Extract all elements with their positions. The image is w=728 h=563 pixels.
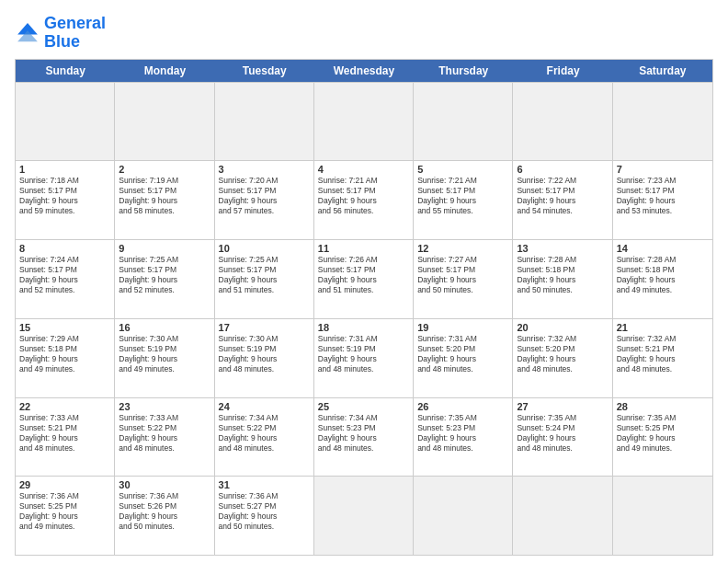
cell-info-line: Sunset: 5:17 PM [19, 265, 110, 275]
day-number: 13 [517, 243, 608, 254]
cell-info-line: Daylight: 9 hours [318, 275, 409, 285]
day-number: 16 [119, 322, 210, 333]
cell-info-line: and 48 minutes. [318, 443, 409, 454]
page: General Blue SundayMondayTuesdayWednesda… [0, 0, 728, 563]
calendar-cell: 12Sunrise: 7:27 AMSunset: 5:17 PMDayligh… [414, 240, 513, 318]
cell-info-line: Daylight: 9 hours [417, 354, 508, 364]
cell-info-line: and 54 minutes. [517, 206, 608, 216]
cell-info-line: Sunset: 5:17 PM [417, 265, 508, 275]
calendar-header-cell: Monday [115, 60, 214, 82]
cell-info-line: Daylight: 9 hours [318, 433, 409, 443]
calendar-cell [314, 477, 414, 555]
calendar-cell: 4Sunrise: 7:21 AMSunset: 5:17 PMDaylight… [314, 161, 414, 239]
cell-info-line: Daylight: 9 hours [19, 511, 110, 522]
cell-info-line: Daylight: 9 hours [318, 354, 409, 364]
cell-info-line: and 52 minutes. [19, 285, 110, 295]
cell-info-line: Daylight: 9 hours [219, 354, 310, 364]
calendar-cell: 8Sunrise: 7:24 AMSunset: 5:17 PMDaylight… [16, 240, 115, 318]
cell-info-line: Sunset: 5:17 PM [617, 186, 709, 196]
cell-info-line: Sunset: 5:21 PM [19, 423, 110, 433]
cell-info-line: Sunrise: 7:33 AM [19, 413, 110, 423]
day-number: 5 [417, 164, 508, 175]
calendar-cell: 2Sunrise: 7:19 AMSunset: 5:17 PMDaylight… [115, 161, 214, 239]
cell-info-line: Daylight: 9 hours [219, 433, 310, 443]
calendar-cell: 13Sunrise: 7:28 AMSunset: 5:18 PMDayligh… [513, 240, 612, 318]
cell-info-line: Daylight: 9 hours [219, 275, 310, 285]
calendar-cell: 25Sunrise: 7:34 AMSunset: 5:23 PMDayligh… [314, 398, 414, 477]
cell-info-line: Daylight: 9 hours [119, 511, 210, 522]
calendar-cell: 20Sunrise: 7:32 AMSunset: 5:20 PMDayligh… [513, 319, 612, 397]
cell-info-line: Daylight: 9 hours [617, 196, 709, 206]
calendar-cell [414, 477, 513, 555]
cell-info-line: Sunset: 5:26 PM [119, 501, 210, 511]
cell-info-line: Sunset: 5:20 PM [517, 344, 608, 354]
cell-info-line: and 57 minutes. [219, 206, 310, 216]
cell-info-line: Sunset: 5:17 PM [119, 186, 210, 196]
cell-info-line: Sunset: 5:17 PM [417, 186, 508, 196]
cell-info-line: Sunset: 5:17 PM [119, 265, 210, 275]
day-number: 3 [219, 164, 310, 175]
day-number: 9 [119, 243, 210, 254]
cell-info-line: and 48 minutes. [517, 443, 608, 454]
cell-info-line: and 50 minutes. [517, 285, 608, 295]
calendar-row: 15Sunrise: 7:29 AMSunset: 5:18 PMDayligh… [16, 318, 712, 397]
calendar-cell: 24Sunrise: 7:34 AMSunset: 5:22 PMDayligh… [215, 398, 314, 477]
cell-info-line: Daylight: 9 hours [119, 275, 210, 285]
cell-info-line: Daylight: 9 hours [417, 196, 508, 206]
cell-info-line: Daylight: 9 hours [517, 433, 608, 443]
cell-info-line: Sunrise: 7:33 AM [119, 413, 210, 423]
calendar-header-cell: Tuesday [215, 60, 314, 82]
cell-info-line: and 50 minutes. [219, 522, 310, 532]
cell-info-line: Sunset: 5:18 PM [517, 265, 608, 275]
cell-info-line: Daylight: 9 hours [219, 511, 310, 522]
cell-info-line: Sunset: 5:20 PM [417, 344, 508, 354]
cell-info-line: Daylight: 9 hours [19, 433, 110, 443]
cell-info-line: Daylight: 9 hours [517, 354, 608, 364]
cell-info-line: Sunrise: 7:36 AM [19, 491, 110, 501]
calendar: SundayMondayTuesdayWednesdayThursdayFrid… [15, 59, 713, 556]
calendar-body: 1Sunrise: 7:18 AMSunset: 5:17 PMDaylight… [16, 82, 712, 555]
cell-info-line: Daylight: 9 hours [19, 275, 110, 285]
cell-info-line: Sunrise: 7:30 AM [119, 334, 210, 344]
calendar-cell: 29Sunrise: 7:36 AMSunset: 5:25 PMDayligh… [16, 477, 115, 555]
calendar-cell [613, 477, 712, 555]
day-number: 1 [19, 164, 110, 175]
calendar-cell [613, 83, 712, 161]
cell-info-line: Daylight: 9 hours [617, 275, 709, 285]
calendar-header-cell: Thursday [414, 60, 513, 82]
calendar-cell: 23Sunrise: 7:33 AMSunset: 5:22 PMDayligh… [115, 398, 214, 477]
cell-info-line: Daylight: 9 hours [19, 354, 110, 364]
cell-info-line: Sunset: 5:17 PM [318, 186, 409, 196]
cell-info-line: and 56 minutes. [318, 206, 409, 216]
cell-info-line: Sunset: 5:23 PM [318, 423, 409, 433]
cell-info-line: Daylight: 9 hours [617, 433, 709, 443]
day-number: 11 [318, 243, 409, 254]
cell-info-line: and 51 minutes. [219, 285, 310, 295]
cell-info-line: Sunrise: 7:32 AM [517, 334, 608, 344]
cell-info-line: Daylight: 9 hours [219, 196, 310, 206]
cell-info-line: and 49 minutes. [19, 364, 110, 374]
calendar-cell [513, 477, 612, 555]
cell-info-line: Daylight: 9 hours [318, 196, 409, 206]
day-number: 12 [417, 243, 508, 254]
cell-info-line: and 48 minutes. [219, 443, 310, 454]
cell-info-line: Sunset: 5:17 PM [219, 186, 310, 196]
calendar-cell: 15Sunrise: 7:29 AMSunset: 5:18 PMDayligh… [16, 319, 115, 397]
cell-info-line: Sunrise: 7:34 AM [318, 413, 409, 423]
cell-info-line: Sunset: 5:17 PM [219, 265, 310, 275]
day-number: 10 [219, 243, 310, 254]
day-number: 23 [119, 401, 210, 412]
day-number: 28 [617, 401, 709, 412]
cell-info-line: Daylight: 9 hours [417, 275, 508, 285]
cell-info-line: and 49 minutes. [19, 522, 110, 532]
cell-info-line: Sunset: 5:21 PM [617, 344, 709, 354]
cell-info-line: and 59 minutes. [19, 206, 110, 216]
day-number: 29 [19, 479, 110, 490]
cell-info-line: Sunrise: 7:29 AM [19, 334, 110, 344]
calendar-cell [414, 83, 513, 161]
day-number: 22 [19, 401, 110, 412]
calendar-cell [215, 83, 314, 161]
calendar-cell: 19Sunrise: 7:31 AMSunset: 5:20 PMDayligh… [414, 319, 513, 397]
cell-info-line: Sunset: 5:24 PM [517, 423, 608, 433]
cell-info-line: and 48 minutes. [318, 364, 409, 374]
